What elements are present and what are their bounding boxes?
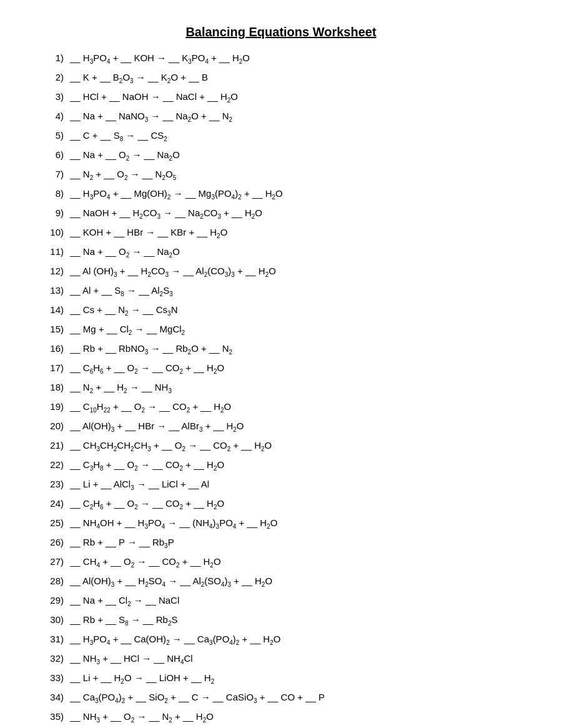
- equation-row: 23)__ Li + __ AlCl3 → __ LiCl + __ Al: [37, 477, 525, 493]
- equation-content: __ Na + __ NaNO3 → __ Na2O + __ N2: [70, 109, 232, 125]
- equation-number: 6): [37, 147, 64, 162]
- equation-number: 4): [37, 109, 64, 124]
- equation-row: 5)__ C + __ S8 → __ CS2: [37, 128, 525, 144]
- equation-number: 10): [37, 225, 64, 240]
- equation-number: 30): [37, 612, 64, 627]
- equation-row: 27)__ CH4 + __ O2 → __ CO2 + __ H2O: [37, 554, 525, 571]
- equation-number: 19): [37, 399, 64, 414]
- equation-content: __ C + __ S8 → __ CS2: [70, 128, 167, 144]
- equation-content: __ Al + __ S8 → __ Al2S3: [70, 283, 173, 299]
- equation-content: __ KOH + __ HBr → __ KBr + __ H2O: [70, 225, 227, 241]
- equation-content: __ Cs + __ N2 → __ Cs3N: [70, 302, 177, 319]
- equation-content: __ H3PO4 + __ KOH → __ K3PO4 + __ H2O: [70, 51, 250, 67]
- equation-row: 12)__ Al (OH)3 + __ H2CO3 → __ Al2(CO3)3…: [37, 264, 525, 280]
- equation-row: 19)__ C10H22 + __ O2 → __ CO2 + __ H2O: [37, 399, 525, 416]
- equation-row: 1)__ H3PO4 + __ KOH → __ K3PO4 + __ H2O: [37, 51, 525, 67]
- equation-number: 13): [37, 283, 64, 298]
- equation-row: 30)__ Rb + __ S8 → __ Rb2S: [37, 612, 525, 629]
- equation-number: 33): [37, 671, 64, 686]
- equation-number: 3): [37, 89, 64, 104]
- equation-content: __ H3PO4 + __ Mg(OH)2 → __ Mg3(PO4)2 + _…: [70, 186, 283, 202]
- equation-number: 5): [37, 128, 64, 143]
- equation-row: 9)__ NaOH + __ H2CO3 → __ Na2CO3 + __ H2…: [37, 206, 525, 222]
- equation-content: __ H3PO4 + __ Ca(OH)2 → __ Ca3(PO4)2 + _…: [70, 632, 280, 648]
- equation-row: 33)__ Li + __ H2O → __ LiOH + __ H2: [37, 671, 525, 687]
- equation-content: __ NH4OH + __ H3PO4 → __ (NH4)3PO4 + __ …: [70, 516, 277, 532]
- equation-number: 2): [37, 70, 64, 85]
- equation-row: 28)__ Al(OH)3 + __ H2SO4 → __ Al2(SO4)3 …: [37, 574, 525, 590]
- equation-number: 29): [37, 593, 64, 608]
- equation-row: 25)__ NH4OH + __ H3PO4 → __ (NH4)3PO4 + …: [37, 516, 525, 532]
- page-title: Balancing Equations Worksheet: [37, 25, 525, 39]
- equation-number: 20): [37, 419, 64, 434]
- equation-row: 17)__ C6H6 + __ O2 → __ CO2 + __ H2O: [37, 361, 525, 377]
- equation-number: 15): [37, 322, 64, 337]
- equation-row: 8)__ H3PO4 + __ Mg(OH)2 → __ Mg3(PO4)2 +…: [37, 186, 525, 202]
- equation-content: __ NH3 + __ O2 → __ N2 + __ H2O: [70, 709, 214, 726]
- equation-number: 11): [37, 244, 64, 259]
- equation-number: 21): [37, 438, 64, 453]
- equation-row: 10)__ KOH + __ HBr → __ KBr + __ H2O: [37, 225, 525, 241]
- equation-row: 21)__ CH3CH2CH2CH3 + __ O2 → __ CO2 + __…: [37, 438, 525, 454]
- equation-row: 15)__ Mg + __ Cl2 → __ MgCl2: [37, 322, 525, 338]
- equation-content: __ C10H22 + __ O2 → __ CO2 + __ H2O: [70, 399, 231, 416]
- equation-number: 14): [37, 302, 64, 317]
- equation-content: __ Rb + __ S8 → __ Rb2S: [70, 612, 178, 629]
- equation-content: __ NaOH + __ H2CO3 → __ Na2CO3 + __ H2O: [70, 206, 262, 222]
- equation-number: 18): [37, 380, 64, 395]
- equation-content: __ Al (OH)3 + __ H2CO3 → __ Al2(CO3)3 + …: [70, 264, 276, 280]
- equation-content: __ Rb + __ P → __ Rb3P: [70, 535, 174, 551]
- equation-number: 23): [37, 477, 64, 492]
- equation-number: 26): [37, 535, 64, 550]
- equation-number: 34): [37, 690, 64, 705]
- equation-row: 16)__ Rb + __ RbNO3 → __ Rb2O + __ N2: [37, 341, 525, 357]
- equation-content: __ C6H6 + __ O2 → __ CO2 + __ H2O: [70, 361, 224, 377]
- equation-row: 29)__ Na + __ Cl2 → __ NaCl: [37, 593, 525, 609]
- equation-number: 24): [37, 496, 64, 511]
- equation-number: 1): [37, 51, 64, 66]
- equation-content: __ N2 + __ O2 → __ N2O5: [70, 167, 176, 183]
- equation-content: __ Li + __ H2O → __ LiOH + __ H2: [70, 671, 214, 687]
- equation-number: 8): [37, 186, 64, 201]
- equation-row: 4)__ Na + __ NaNO3 → __ Na2O + __ N2: [37, 109, 525, 125]
- equation-number: 9): [37, 206, 64, 221]
- equation-content: __ N2 + __ H2 → __ NH3: [70, 380, 172, 396]
- equation-content: __ Li + __ AlCl3 → __ LiCl + __ Al: [70, 477, 209, 493]
- equations-list: 1)__ H3PO4 + __ KOH → __ K3PO4 + __ H2O2…: [37, 51, 525, 728]
- equation-number: 31): [37, 632, 64, 647]
- equation-content: __ C3H8 + __ O2 → __ CO2 + __ H2O: [70, 457, 224, 474]
- equation-number: 32): [37, 651, 64, 666]
- equation-number: 28): [37, 574, 64, 589]
- equation-content: __ Na + __ O2 → __ Na2O: [70, 244, 180, 261]
- equation-content: __ CH3CH2CH2CH3 + __ O2 → __ CO2 + __ H2…: [70, 438, 272, 454]
- equation-row: 13)__ Al + __ S8 → __ Al2S3: [37, 283, 525, 299]
- equation-content: __ C2H6 + __ O2 → __ CO2 + __ H2O: [70, 496, 224, 512]
- equation-row: 22)__ C3H8 + __ O2 → __ CO2 + __ H2O: [37, 457, 525, 474]
- equation-row: 2)__ K + __ B2O3 → __ K2O + __ B: [37, 70, 525, 86]
- equation-row: 6)__ Na + __ O2 → __ Na2O: [37, 147, 525, 164]
- equation-row: 34)__ Ca3(PO4)2 + __ SiO2 + __ C → __ Ca…: [37, 690, 525, 706]
- equation-number: 25): [37, 516, 64, 531]
- equation-row: 35)__ NH3 + __ O2 → __ N2 + __ H2O: [37, 709, 525, 726]
- equation-number: 12): [37, 264, 64, 279]
- equation-row: 18)__ N2 + __ H2 → __ NH3: [37, 380, 525, 396]
- equation-row: 26)__ Rb + __ P → __ Rb3P: [37, 535, 525, 551]
- equation-content: __ NH3 + __ HCl → __ NH4Cl: [70, 651, 193, 667]
- equation-row: 14)__ Cs + __ N2 → __ Cs3N: [37, 302, 525, 319]
- equation-number: 27): [37, 554, 64, 569]
- equation-row: 31)__ H3PO4 + __ Ca(OH)2 → __ Ca3(PO4)2 …: [37, 632, 525, 648]
- equation-content: __ CH4 + __ O2 → __ CO2 + __ H2O: [70, 554, 221, 571]
- equation-number: 16): [37, 341, 64, 356]
- equation-row: 20)__ Al(OH)3 + __ HBr → __ AlBr3 + __ H…: [37, 419, 525, 435]
- equation-row: 11)__ Na + __ O2 → __ Na2O: [37, 244, 525, 261]
- equation-row: 32)__ NH3 + __ HCl → __ NH4Cl: [37, 651, 525, 667]
- equation-number: 22): [37, 457, 64, 472]
- equation-content: __ K + __ B2O3 → __ K2O + __ B: [70, 70, 208, 86]
- equation-content: __ Al(OH)3 + __ HBr → __ AlBr3 + __ H2O: [70, 419, 244, 435]
- equation-row: 7)__ N2 + __ O2 → __ N2O5: [37, 167, 525, 183]
- equation-content: __ Ca3(PO4)2 + __ SiO2 + __ C → __ CaSiO…: [70, 690, 325, 706]
- equation-number: 35): [37, 709, 64, 724]
- equation-content: __ Rb + __ RbNO3 → __ Rb2O + __ N2: [70, 341, 232, 357]
- equation-row: 24)__ C2H6 + __ O2 → __ CO2 + __ H2O: [37, 496, 525, 512]
- equation-content: __ Na + __ O2 → __ Na2O: [70, 147, 180, 164]
